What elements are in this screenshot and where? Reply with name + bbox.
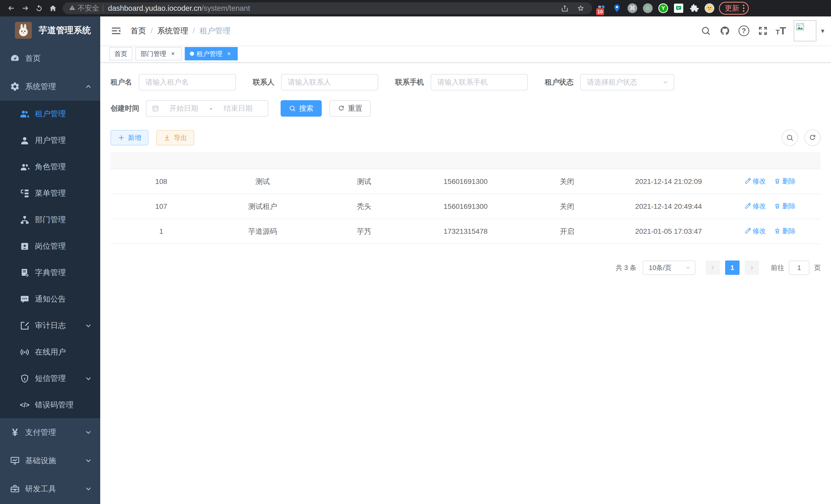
edit-link[interactable]: 修改 — [744, 202, 766, 211]
extension-collection-icon[interactable]: 10 — [596, 2, 607, 14]
logo-row[interactable]: 芋道管理系统 — [0, 17, 100, 44]
user-icon — [20, 136, 30, 146]
prev-page-button[interactable] — [706, 261, 720, 275]
fullscreen-icon[interactable] — [757, 25, 769, 37]
help-icon[interactable]: ? — [738, 25, 750, 37]
tab-tenant[interactable]: 租户管理 × — [185, 47, 238, 60]
toolbox-icon — [9, 483, 21, 495]
table-row: 1 芋道源码 芋艿 17321315478 开启 2021-01-05 17:0… — [111, 219, 821, 244]
sidebar-item-user[interactable]: 用户管理 — [0, 127, 100, 154]
extension-puzzle-icon[interactable] — [688, 2, 700, 14]
tab-home[interactable]: 首页 — [109, 47, 132, 60]
header-search-icon[interactable] — [700, 25, 712, 37]
refresh-icon — [338, 105, 345, 112]
sidebar-item-pay[interactable]: ¥ 支付管理 — [0, 418, 100, 446]
extension-pin-icon[interactable] — [611, 2, 623, 14]
goto-page-input[interactable] — [789, 261, 809, 275]
close-icon[interactable]: × — [225, 50, 233, 57]
extension-camera-icon[interactable] — [642, 2, 654, 14]
sidebar-item-post[interactable]: 岗位管理 — [0, 233, 100, 260]
sidebar-item-notice[interactable]: 通知公告 — [0, 286, 100, 313]
sidebar-item-sms[interactable]: 短信管理 — [0, 365, 100, 392]
browser-reload-icon[interactable] — [33, 3, 45, 14]
create-time-label: 创建时间 — [111, 103, 139, 113]
cell-mobile: 15601691300 — [415, 169, 516, 194]
add-button[interactable]: 新增 — [111, 130, 148, 145]
delete-link[interactable]: 删除 — [774, 227, 796, 236]
github-icon[interactable] — [719, 25, 731, 37]
sidebar-item-menu[interactable]: 菜单管理 — [0, 180, 100, 207]
broken-image-icon — [796, 22, 805, 31]
page-size-select[interactable]: 10条/页 — [643, 261, 695, 275]
delete-link[interactable]: 删除 — [774, 177, 796, 186]
table-row: 108 测试 测试 15601691300 关闭 2021-12-14 21:0… — [111, 169, 821, 194]
extension-command-icon[interactable]: ⌘ — [627, 2, 638, 14]
breadcrumb: 首页 / 系统管理 / 租户管理 — [131, 26, 230, 36]
reset-button[interactable]: 重置 — [329, 100, 371, 117]
sidebar-item-dept[interactable]: 部门管理 — [0, 207, 100, 233]
sidebar-item-role[interactable]: 角色管理 — [0, 154, 100, 180]
status-select[interactable]: 请选择租户状态 — [580, 74, 674, 90]
cell-created-time: 2021-01-05 17:03:47 — [618, 219, 719, 244]
tenant-name-input[interactable] — [139, 74, 236, 90]
search-icon — [289, 105, 296, 112]
breadcrumb-home[interactable]: 首页 — [131, 26, 146, 36]
extension-y-icon[interactable]: Y — [657, 2, 669, 14]
chrome-menu-icon[interactable] — [743, 5, 744, 12]
bookmark-star-icon[interactable] — [576, 3, 586, 13]
cell-created-time: 2021-12-14 20:49:44 — [618, 194, 719, 219]
url-bar[interactable]: 不安全 dashboard.yudao.iocoder.cn/system/te… — [63, 2, 592, 14]
sidebar-item-system[interactable]: 系统管理 — [0, 72, 100, 101]
avatar[interactable] — [794, 20, 816, 41]
delete-link[interactable]: 删除 — [774, 202, 796, 211]
chevron-down-icon — [662, 79, 669, 86]
security-label: 不安全 — [78, 3, 99, 13]
hide-search-button[interactable] — [782, 129, 798, 146]
extension-chat-icon[interactable] — [673, 2, 685, 14]
code-icon: </> — [20, 400, 30, 410]
date-separator: - — [208, 104, 213, 113]
font-size-icon[interactable]: TT — [776, 25, 786, 37]
contact-input[interactable] — [281, 74, 378, 90]
gear-icon — [9, 81, 21, 92]
sidebar-item-infra[interactable]: 基础设施 — [0, 446, 100, 475]
sidebar-collapse-icon[interactable] — [111, 25, 122, 36]
sidebar-item-devtools[interactable]: 研发工具 — [0, 475, 100, 503]
refresh-icon — [809, 134, 816, 142]
export-button[interactable]: 导出 — [156, 130, 194, 145]
search-button[interactable]: 搜索 — [281, 100, 322, 117]
share-icon[interactable] — [560, 3, 570, 13]
extension-emoji-icon[interactable] — [704, 2, 715, 14]
active-dot — [190, 52, 194, 56]
table-header-cell — [719, 152, 821, 169]
trash-icon — [774, 228, 781, 234]
close-icon[interactable]: × — [169, 50, 176, 57]
broadcast-icon — [20, 347, 30, 357]
table-header-cell — [618, 152, 719, 169]
status-label: 租户状态 — [545, 77, 574, 87]
sidebar-item-errcode[interactable]: </> 错误码管理 — [0, 392, 100, 418]
sidebar-item-home[interactable]: 首页 — [0, 44, 100, 72]
page-number-1[interactable]: 1 — [725, 261, 740, 275]
end-date-placeholder: 结束日期 — [214, 103, 263, 113]
sidebar-item-audit-log[interactable]: 审计日志 — [0, 313, 100, 339]
next-page-button[interactable] — [745, 261, 759, 275]
edit-link[interactable]: 修改 — [744, 177, 766, 186]
cell-tenant-name: 芋道源码 — [212, 219, 314, 244]
tab-dept[interactable]: 部门管理 × — [136, 47, 182, 60]
browser-home-icon[interactable] — [47, 3, 59, 14]
cell-tenant-name: 测试 — [212, 169, 314, 194]
browser-back-icon[interactable] — [6, 3, 17, 14]
refresh-table-button[interactable] — [804, 129, 821, 146]
browser-forward-icon[interactable] — [20, 3, 31, 14]
cell-tenant-id: 1 — [111, 219, 212, 244]
caret-down-icon[interactable]: ▾ — [821, 27, 824, 35]
sidebar-item-online-users[interactable]: 在线用户 — [0, 339, 100, 365]
breadcrumb-system[interactable]: 系统管理 — [157, 26, 188, 36]
chrome-update-button[interactable]: 更新 — [719, 2, 749, 14]
create-time-range-picker[interactable]: 开始日期 - 结束日期 — [146, 100, 268, 117]
sidebar-item-tenant[interactable]: 租户管理 — [0, 101, 100, 127]
edit-link[interactable]: 修改 — [744, 227, 766, 236]
sidebar-item-dict[interactable]: 字典管理 — [0, 260, 100, 286]
mobile-input[interactable] — [431, 74, 528, 90]
